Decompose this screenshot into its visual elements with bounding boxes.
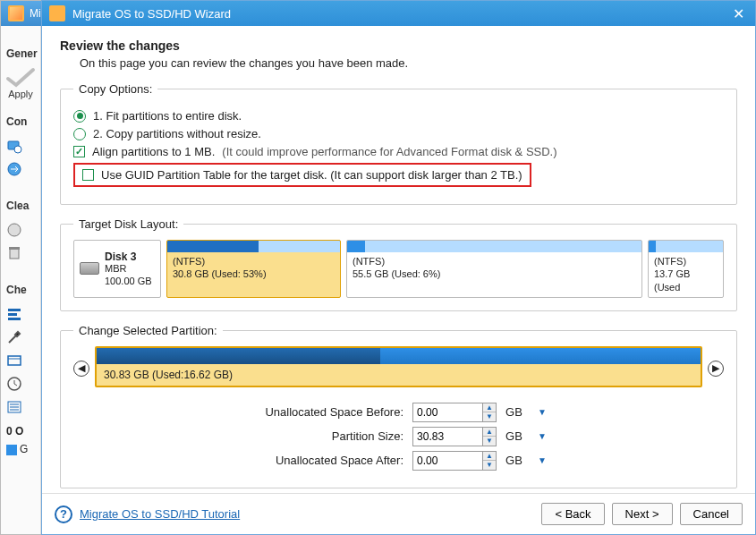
page-heading: Review the changes bbox=[60, 38, 737, 53]
page-subheading: On this page you can review the changes … bbox=[80, 56, 737, 70]
partition-3[interactable]: (NTFS) 13.7 GB (Used bbox=[648, 240, 724, 298]
partition-1[interactable]: (NTFS) 30.8 GB (Used: 53%) bbox=[166, 240, 341, 298]
partition-2-info: 55.5 GB (Used: 6%) bbox=[353, 268, 636, 280]
spin-up-icon[interactable]: ▲ bbox=[483, 428, 496, 437]
wizard-window: Migrate OS to SSD/HD Wizard ✕ Review the… bbox=[41, 0, 756, 535]
radio-icon[interactable] bbox=[73, 110, 86, 123]
option-use-gpt[interactable]: Use GUID Partition Table for the target … bbox=[73, 163, 724, 187]
target-layout-legend: Target Disk Layout: bbox=[73, 217, 183, 231]
highlight-box: Use GUID Partition Table for the target … bbox=[73, 163, 531, 187]
spinner-buttons[interactable]: ▲▼ bbox=[482, 427, 497, 446]
window-icon[interactable] bbox=[6, 350, 40, 371]
wizard-title-text: Migrate OS to SSD/HD Wizard bbox=[72, 7, 231, 21]
align-hint: (It could improve performance for Advanc… bbox=[222, 145, 556, 158]
unit-dropdown-icon[interactable]: ▼ bbox=[534, 407, 550, 417]
next-button[interactable]: Next > bbox=[612, 503, 673, 525]
selected-partition-summary: 30.83 GB (Used:16.62 GB) bbox=[97, 364, 701, 386]
close-button[interactable]: ✕ bbox=[729, 5, 748, 22]
bg-title-text: Mi bbox=[30, 7, 41, 20]
spin-down-icon[interactable]: ▼ bbox=[483, 437, 496, 446]
spinner-buttons[interactable]: ▲▼ bbox=[482, 451, 497, 471]
operations-count: 0 O bbox=[1, 420, 40, 439]
svg-rect-9 bbox=[8, 356, 21, 365]
partition-color-icon bbox=[6, 445, 17, 455]
unallocated-after-label: Unallocated Space After: bbox=[247, 454, 403, 467]
option-1-label: 1. Fit partitions to entire disk. bbox=[93, 109, 242, 123]
option-fit-entire-disk[interactable]: 1. Fit partitions to entire disk. bbox=[73, 109, 724, 123]
radio-icon[interactable] bbox=[73, 128, 86, 140]
partition-size-label: Partition Size: bbox=[247, 429, 403, 443]
disk-size: 100.00 GB bbox=[105, 276, 152, 287]
selected-partition-preview[interactable]: 30.83 GB (Used:16.62 GB) bbox=[95, 346, 702, 387]
unallocated-before-input[interactable] bbox=[412, 403, 482, 422]
bg-section-common: Con bbox=[1, 112, 40, 133]
partition-size-row: Partition Size: ▲▼ GB ▼ bbox=[73, 427, 724, 446]
tutorial-link[interactable]: Migrate OS to SSD/HD Tutorial bbox=[80, 507, 240, 521]
disk-type: MBR bbox=[105, 263, 152, 275]
partition-3-fs: (NTFS) bbox=[654, 255, 718, 268]
unit-dropdown-icon[interactable]: ▼ bbox=[534, 431, 550, 441]
wizard-titlebar: Migrate OS to SSD/HD Wizard ✕ bbox=[42, 1, 755, 26]
spinner-buttons[interactable]: ▲▼ bbox=[482, 403, 497, 422]
svg-point-3 bbox=[8, 224, 21, 236]
migrate-wizard-icon[interactable] bbox=[6, 158, 40, 180]
spin-down-icon[interactable]: ▼ bbox=[483, 412, 496, 421]
help-icon[interactable]: ? bbox=[55, 505, 72, 523]
spin-up-icon[interactable]: ▲ bbox=[483, 403, 496, 412]
unallocated-after-row: Unallocated Space After: ▲▼ GB ▼ bbox=[73, 451, 724, 471]
delete-icon[interactable] bbox=[6, 242, 40, 264]
disk-summary[interactable]: Disk 3 MBR 100.00 GB bbox=[73, 240, 161, 298]
cancel-button[interactable]: Cancel bbox=[680, 503, 743, 525]
bg-section-check: Che bbox=[1, 280, 40, 301]
partition-1-fs: (NTFS) bbox=[173, 255, 335, 268]
svg-point-1 bbox=[14, 146, 21, 153]
copy-options-legend: Copy Options: bbox=[73, 82, 157, 96]
checkbox-icon[interactable] bbox=[82, 169, 94, 181]
wizard-body: Review the changes On this page you can … bbox=[42, 26, 755, 493]
partition-2-fs: (NTFS) bbox=[353, 255, 636, 268]
disk-wizard-icon[interactable] bbox=[6, 135, 40, 157]
copy-options-group: Copy Options: 1. Fit partitions to entir… bbox=[60, 82, 737, 205]
guid-label: Use GUID Partition Table for the target … bbox=[101, 168, 522, 182]
bg-sidebar: Gener Apply Con Clea Che 0 O G bbox=[1, 26, 41, 534]
unallocated-before-row: Unallocated Space Before: ▲▼ GB ▼ bbox=[73, 403, 724, 422]
align-label: Align partitions to 1 MB. bbox=[92, 145, 215, 158]
unallocated-after-input[interactable] bbox=[412, 451, 482, 471]
slider-next-button[interactable]: ▶ bbox=[708, 361, 724, 377]
bg-tab-general[interactable]: Gener bbox=[1, 44, 40, 65]
target-disk-layout-group: Target Disk Layout: Disk 3 MBR 100.00 GB… bbox=[60, 217, 737, 311]
option-align-1mb[interactable]: Align partitions to 1 MB. (It could impr… bbox=[73, 145, 724, 158]
clean-global-icon[interactable] bbox=[6, 219, 40, 241]
spin-down-icon[interactable]: ▼ bbox=[483, 461, 496, 470]
align-icon[interactable] bbox=[6, 303, 40, 325]
svg-rect-7 bbox=[8, 313, 17, 316]
svg-rect-5 bbox=[9, 247, 20, 250]
option-2-label: 2. Copy partitions without resize. bbox=[93, 127, 261, 140]
clock-icon[interactable] bbox=[6, 373, 40, 395]
partition-size-input[interactable] bbox=[412, 427, 482, 446]
partition-2[interactable]: (NTFS) 55.5 GB (Used: 6%) bbox=[346, 240, 642, 298]
disk-row: Disk 3 MBR 100.00 GB (NTFS) 30.8 GB (Use… bbox=[73, 240, 724, 298]
unit-dropdown-icon[interactable]: ▼ bbox=[534, 455, 550, 465]
wizard-logo-icon bbox=[49, 5, 65, 21]
svg-rect-6 bbox=[8, 309, 21, 311]
partition-slider-wrap: ◀ 30.83 GB (Used:16.62 GB) ▶ bbox=[73, 346, 724, 387]
app-logo-icon bbox=[8, 5, 24, 21]
list-icon[interactable] bbox=[6, 396, 40, 418]
back-button[interactable]: < Back bbox=[541, 503, 604, 525]
svg-rect-4 bbox=[10, 249, 19, 259]
tools-icon[interactable] bbox=[6, 327, 40, 348]
partition-3-info: 13.7 GB (Used bbox=[654, 268, 718, 293]
unit-gb: GB bbox=[505, 429, 525, 443]
slider-prev-button[interactable]: ◀ bbox=[73, 361, 89, 377]
apply-check-icon[interactable] bbox=[5, 67, 36, 89]
unallocated-before-label: Unallocated Space Before: bbox=[247, 405, 403, 419]
change-partition-group: Change Selected Partition: ◀ 30.83 GB (U… bbox=[60, 324, 737, 488]
unit-gb: GB bbox=[505, 454, 525, 467]
option-copy-without-resize[interactable]: 2. Copy partitions without resize. bbox=[73, 127, 724, 140]
checkbox-icon[interactable] bbox=[73, 146, 85, 157]
apply-label: Apply bbox=[1, 89, 40, 99]
hdd-icon bbox=[80, 262, 99, 275]
pending-op-item[interactable]: G bbox=[1, 439, 40, 459]
spin-up-icon[interactable]: ▲ bbox=[483, 452, 496, 461]
